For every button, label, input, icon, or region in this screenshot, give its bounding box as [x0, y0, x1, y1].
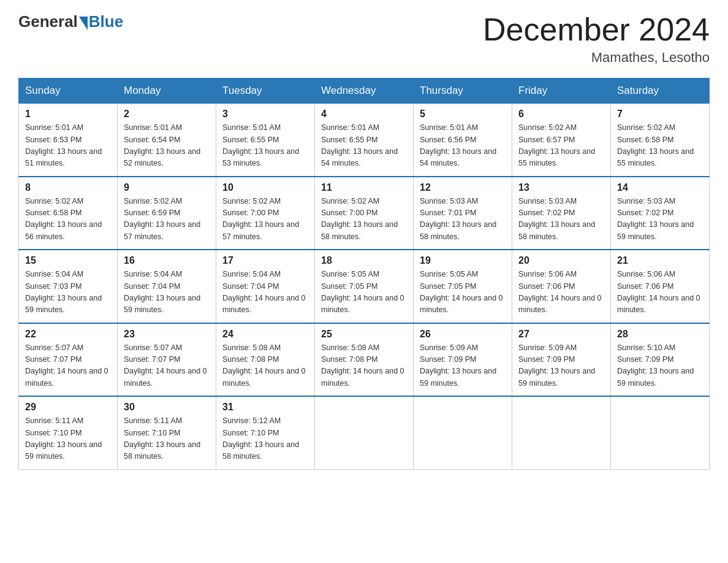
day-cell [611, 396, 710, 469]
week-row-5: 29Sunrise: 5:11 AMSunset: 7:10 PMDayligh… [19, 396, 710, 469]
week-row-2: 8Sunrise: 5:02 AMSunset: 6:58 PMDaylight… [19, 177, 710, 250]
day-cell: 29Sunrise: 5:11 AMSunset: 7:10 PMDayligh… [19, 396, 118, 469]
day-info: Sunrise: 5:07 AMSunset: 7:07 PMDaylight:… [124, 342, 210, 390]
day-cell: 20Sunrise: 5:06 AMSunset: 7:06 PMDayligh… [512, 250, 611, 323]
day-cell: 22Sunrise: 5:07 AMSunset: 7:07 PMDayligh… [19, 323, 118, 397]
day-cell: 31Sunrise: 5:12 AMSunset: 7:10 PMDayligh… [216, 396, 315, 469]
day-cell: 11Sunrise: 5:02 AMSunset: 7:00 PMDayligh… [315, 177, 414, 250]
day-header-tuesday: Tuesday [216, 79, 315, 104]
logo-arrow-icon [79, 17, 88, 30]
day-info: Sunrise: 5:02 AMSunset: 7:00 PMDaylight:… [222, 196, 308, 243]
header-row: SundayMondayTuesdayWednesdayThursdayFrid… [19, 79, 710, 104]
day-cell: 5Sunrise: 5:01 AMSunset: 6:56 PMDaylight… [414, 104, 512, 177]
day-info: Sunrise: 5:05 AMSunset: 7:05 PMDaylight:… [321, 269, 407, 316]
day-header-friday: Friday [512, 79, 611, 104]
day-number: 14 [617, 182, 703, 193]
day-info: Sunrise: 5:01 AMSunset: 6:53 PMDaylight:… [25, 122, 111, 170]
day-info: Sunrise: 5:09 AMSunset: 7:09 PMDaylight:… [420, 342, 506, 390]
day-cell: 3Sunrise: 5:01 AMSunset: 6:55 PMDaylight… [216, 104, 315, 177]
day-number: 6 [518, 109, 604, 120]
day-info: Sunrise: 5:03 AMSunset: 7:01 PMDaylight:… [420, 196, 506, 243]
day-number: 31 [222, 402, 308, 413]
day-header-thursday: Thursday [414, 79, 512, 104]
title-section: December 2024 Mamathes, Lesotho [483, 12, 710, 66]
location-title: Mamathes, Lesotho [483, 50, 710, 66]
day-header-saturday: Saturday [611, 79, 710, 104]
day-info: Sunrise: 5:04 AMSunset: 7:04 PMDaylight:… [222, 269, 308, 316]
day-info: Sunrise: 5:02 AMSunset: 7:00 PMDaylight:… [321, 196, 407, 243]
day-info: Sunrise: 5:02 AMSunset: 6:58 PMDaylight:… [25, 196, 111, 243]
month-title: December 2024 [483, 12, 710, 47]
logo-blue-text: Blue [89, 12, 123, 31]
day-cell: 12Sunrise: 5:03 AMSunset: 7:01 PMDayligh… [414, 177, 512, 250]
day-number: 25 [321, 329, 407, 340]
day-cell: 27Sunrise: 5:09 AMSunset: 7:09 PMDayligh… [512, 323, 611, 397]
day-number: 23 [124, 329, 210, 340]
day-number: 13 [518, 182, 604, 193]
week-row-3: 15Sunrise: 5:04 AMSunset: 7:03 PMDayligh… [19, 250, 710, 323]
day-number: 11 [321, 182, 407, 193]
day-number: 29 [25, 402, 111, 413]
day-header-wednesday: Wednesday [315, 79, 414, 104]
day-number: 15 [25, 255, 111, 266]
day-cell: 30Sunrise: 5:11 AMSunset: 7:10 PMDayligh… [118, 396, 216, 469]
day-info: Sunrise: 5:02 AMSunset: 6:59 PMDaylight:… [124, 196, 210, 243]
day-number: 17 [222, 255, 308, 266]
day-number: 30 [124, 402, 210, 413]
day-number: 4 [321, 109, 407, 120]
day-info: Sunrise: 5:06 AMSunset: 7:06 PMDaylight:… [617, 269, 703, 316]
day-info: Sunrise: 5:01 AMSunset: 6:54 PMDaylight:… [124, 122, 210, 170]
day-cell: 28Sunrise: 5:10 AMSunset: 7:09 PMDayligh… [611, 323, 710, 397]
day-cell [512, 396, 611, 469]
week-row-4: 22Sunrise: 5:07 AMSunset: 7:07 PMDayligh… [19, 323, 710, 397]
day-info: Sunrise: 5:09 AMSunset: 7:09 PMDaylight:… [518, 342, 604, 390]
day-number: 5 [420, 109, 506, 120]
day-info: Sunrise: 5:02 AMSunset: 6:58 PMDaylight:… [617, 122, 703, 170]
day-info: Sunrise: 5:03 AMSunset: 7:02 PMDaylight:… [518, 196, 604, 243]
day-cell: 10Sunrise: 5:02 AMSunset: 7:00 PMDayligh… [216, 177, 315, 250]
day-number: 22 [25, 329, 111, 340]
day-number: 1 [25, 109, 111, 120]
day-number: 9 [124, 182, 210, 193]
day-info: Sunrise: 5:04 AMSunset: 7:03 PMDaylight:… [25, 269, 111, 316]
day-cell: 8Sunrise: 5:02 AMSunset: 6:58 PMDaylight… [19, 177, 118, 250]
day-cell [315, 396, 414, 469]
day-info: Sunrise: 5:08 AMSunset: 7:08 PMDaylight:… [321, 342, 407, 390]
day-cell: 7Sunrise: 5:02 AMSunset: 6:58 PMDaylight… [611, 104, 710, 177]
day-number: 19 [420, 255, 506, 266]
day-info: Sunrise: 5:02 AMSunset: 6:57 PMDaylight:… [518, 122, 604, 170]
day-cell: 9Sunrise: 5:02 AMSunset: 6:59 PMDaylight… [118, 177, 216, 250]
day-info: Sunrise: 5:03 AMSunset: 7:02 PMDaylight:… [617, 196, 703, 243]
day-info: Sunrise: 5:10 AMSunset: 7:09 PMDaylight:… [617, 342, 703, 390]
day-number: 20 [518, 255, 604, 266]
day-info: Sunrise: 5:11 AMSunset: 7:10 PMDaylight:… [25, 415, 111, 463]
day-info: Sunrise: 5:01 AMSunset: 6:55 PMDaylight:… [222, 122, 308, 170]
day-number: 27 [518, 329, 604, 340]
day-cell: 23Sunrise: 5:07 AMSunset: 7:07 PMDayligh… [118, 323, 216, 397]
day-cell [414, 396, 512, 469]
day-cell: 19Sunrise: 5:05 AMSunset: 7:05 PMDayligh… [414, 250, 512, 323]
day-cell: 21Sunrise: 5:06 AMSunset: 7:06 PMDayligh… [611, 250, 710, 323]
day-cell: 14Sunrise: 5:03 AMSunset: 7:02 PMDayligh… [611, 177, 710, 250]
day-number: 26 [420, 329, 506, 340]
day-cell: 16Sunrise: 5:04 AMSunset: 7:04 PMDayligh… [118, 250, 216, 323]
day-cell: 15Sunrise: 5:04 AMSunset: 7:03 PMDayligh… [19, 250, 118, 323]
day-number: 8 [25, 182, 111, 193]
logo-general-text: General [18, 12, 78, 31]
day-number: 24 [222, 329, 308, 340]
day-info: Sunrise: 5:01 AMSunset: 6:55 PMDaylight:… [321, 122, 407, 170]
day-info: Sunrise: 5:05 AMSunset: 7:05 PMDaylight:… [420, 269, 506, 316]
page-header: General Blue December 2024 Mamathes, Les… [18, 12, 710, 66]
day-info: Sunrise: 5:08 AMSunset: 7:08 PMDaylight:… [222, 342, 308, 390]
day-cell: 1Sunrise: 5:01 AMSunset: 6:53 PMDaylight… [19, 104, 118, 177]
day-info: Sunrise: 5:04 AMSunset: 7:04 PMDaylight:… [124, 269, 210, 316]
day-number: 18 [321, 255, 407, 266]
day-cell: 26Sunrise: 5:09 AMSunset: 7:09 PMDayligh… [414, 323, 512, 397]
day-number: 28 [617, 329, 703, 340]
day-number: 21 [617, 255, 703, 266]
calendar-table: SundayMondayTuesdayWednesdayThursdayFrid… [18, 78, 710, 470]
day-info: Sunrise: 5:07 AMSunset: 7:07 PMDaylight:… [25, 342, 111, 390]
day-cell: 25Sunrise: 5:08 AMSunset: 7:08 PMDayligh… [315, 323, 414, 397]
day-number: 7 [617, 109, 703, 120]
day-cell: 2Sunrise: 5:01 AMSunset: 6:54 PMDaylight… [118, 104, 216, 177]
